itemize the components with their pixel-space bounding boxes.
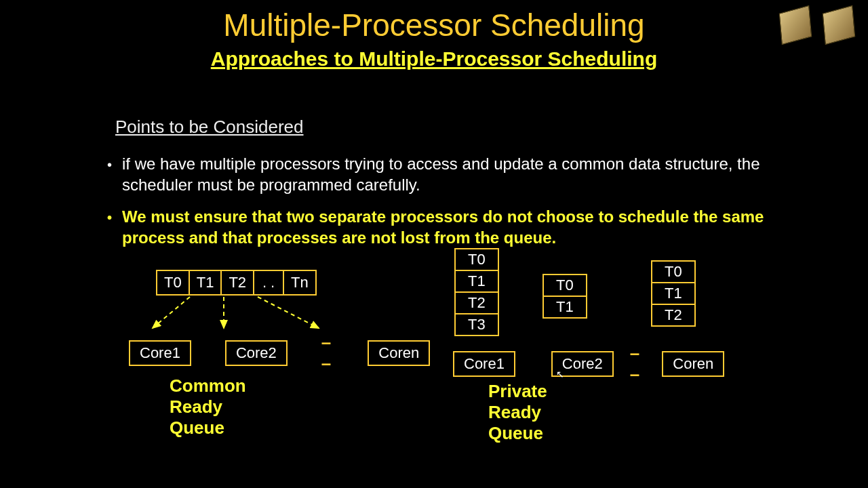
queue-cell: T2	[456, 293, 498, 314]
queue-cell: T0	[652, 262, 694, 283]
queue-cell: T0	[544, 275, 586, 297]
cpu-chip-icon	[823, 5, 856, 45]
bullet-point-2: • We must ensure that two separate proce…	[122, 206, 773, 248]
queue-cell: T1	[544, 297, 586, 317]
queue-cell: T1	[652, 283, 694, 305]
private-queue-label: Private Ready Queue	[488, 381, 547, 444]
core-box: Core1	[129, 340, 191, 366]
private-stack-3: T0 T1 T2	[651, 260, 696, 327]
cpu-chip-icon	[779, 5, 812, 45]
queue-cell: T1	[456, 271, 498, 293]
ellipsis-dash: – –	[630, 343, 646, 385]
queue-cell: T3	[456, 314, 498, 335]
bullet-text: We must ensure that two separate process…	[122, 207, 764, 247]
common-cores-row: Core1 Core2 – – Coren	[129, 332, 430, 374]
bullet-text: if we have multiple processors trying to…	[122, 155, 760, 194]
queue-cell: T0	[456, 249, 498, 271]
core-box: Coren	[662, 351, 724, 377]
mouse-cursor-icon: ↖	[556, 369, 564, 380]
bullet-point-1: • if we have multiple processors trying …	[122, 153, 773, 195]
bullet-dot-icon: •	[107, 156, 112, 174]
queue-cell: T2	[652, 305, 694, 325]
slide-title: Multiple-Processor Scheduling	[0, 0, 868, 43]
core-box: Coren	[368, 340, 430, 366]
bullet-dot-icon: •	[107, 209, 112, 226]
private-cores-row: Core1 Core2 – – Coren	[453, 343, 724, 385]
ellipsis-dash: – –	[321, 332, 334, 374]
core-box: Core2	[225, 340, 288, 366]
slide-subtitle: Approaches to Multiple-Processor Schedul…	[0, 47, 868, 70]
cpu-chip-icons	[780, 9, 854, 41]
section-heading: Points to be Considered	[115, 117, 304, 138]
private-stack-2: T0 T1	[542, 274, 587, 319]
svg-line-2	[258, 297, 319, 328]
private-stack-1: T0 T1 T2 T3	[454, 248, 499, 336]
common-queue-label: Common Ready Queue	[170, 375, 246, 439]
svg-line-0	[153, 297, 190, 328]
core-box: Core1	[453, 351, 515, 377]
